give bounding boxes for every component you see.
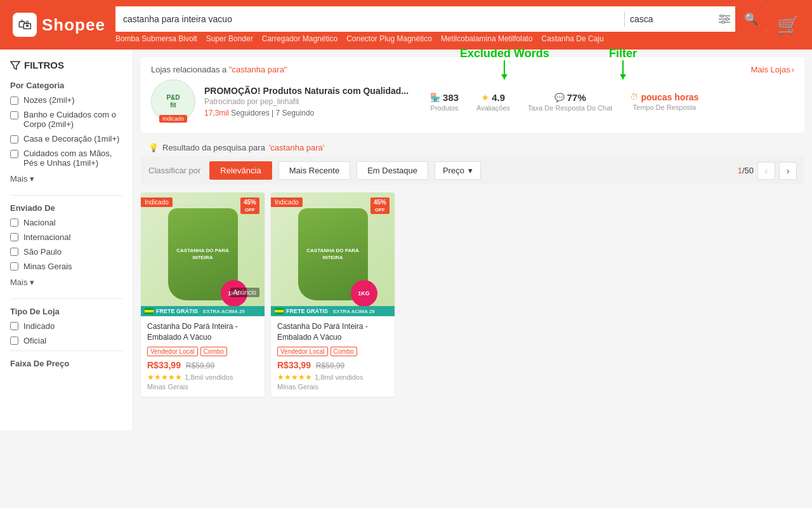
suggestion-link-0[interactable]: Bomba Submersa Bivolt <box>115 34 197 43</box>
sidebar: FILTROS Por Categoria Nozes (2mil+) Banh… <box>0 50 133 431</box>
more-shipping-button[interactable]: Mais ▾ <box>10 276 34 288</box>
checkbox-oficial[interactable] <box>10 337 18 345</box>
checkbox-nacional[interactable] <box>10 218 18 227</box>
mais-lojas-button[interactable]: Mais Lojas › <box>751 65 794 74</box>
search-input-secondary[interactable] <box>625 6 714 32</box>
price-original-0: R$59,99 <box>186 361 214 370</box>
price-dropdown[interactable]: Preço ▾ <box>435 161 481 180</box>
price-row-0: R$33,99 R$59,99 <box>147 360 258 370</box>
categories-section: Por Categoria Nozes (2mil+) Banho e Cuid… <box>10 81 122 185</box>
frete-gratis-0: FRETE GRÁTIS EXTRA ACIMA 29 <box>141 306 265 316</box>
filter-internacional[interactable]: Internacional <box>10 232 122 242</box>
enviado-de-title: Enviado De <box>10 203 122 213</box>
product-image-1: CASTANHA DO PARÁINTEIRA 1KG Indicado 45%… <box>271 192 395 316</box>
star-icon: ★ <box>481 93 489 102</box>
stars-0: ★★★★★ <box>147 373 182 382</box>
more-categories-button[interactable]: Mais ▾ <box>10 173 34 185</box>
content: Lojas relacionadas a "castanha para" Mai… <box>133 50 812 431</box>
stat-produtos-label: Produtos <box>431 104 459 112</box>
filter-funnel-icon <box>10 60 20 70</box>
indicado-badge-0: Indicado <box>141 197 173 207</box>
chevron-right-icon: › <box>792 65 794 74</box>
checkbox-internacional[interactable] <box>10 233 18 241</box>
stars-row-0: ★★★★★ 1,8mil vendidos <box>147 373 258 382</box>
stat-tempo-label: Tempo De Resposta <box>633 104 697 111</box>
sold-count-1: 1,8mil vendidos <box>315 373 363 381</box>
filters-title: FILTROS <box>10 60 122 70</box>
sort-label: Classificar por <box>148 166 200 175</box>
categories-title: Por Categoria <box>10 81 122 90</box>
faixa-preco-title: Faixa De Preço <box>10 359 122 368</box>
filter-item-casa[interactable]: Casa e Decoração (1mil+) <box>10 134 122 144</box>
logo-text: Shopee <box>42 15 105 35</box>
discount-badge-1: 45%OFF <box>370 197 390 214</box>
checkbox-indicado[interactable] <box>10 322 18 330</box>
chevron-down-icon-2: ▾ <box>30 277 34 287</box>
store-card: P&Dfit Indicado PROMOÇÃO! Produtos Natur… <box>141 79 804 133</box>
sort-relevancia-button[interactable]: Relevância <box>209 161 272 180</box>
suggestion-link-5[interactable]: Castanha De Caju <box>542 34 604 43</box>
product-card-1[interactable]: CASTANHA DO PARÁINTEIRA 1KG Indicado 45%… <box>271 192 395 397</box>
indicado-badge-1: Indicado <box>271 197 303 207</box>
anuncio-label-0: Anúncio <box>230 288 259 297</box>
logo-icon: 🛍 <box>13 13 37 37</box>
product-card-0[interactable]: CASTANHA DO PARÁINTEIRA 1KG Indicado 45%… <box>141 192 265 397</box>
checkbox-casa[interactable] <box>10 135 18 144</box>
discount-badge-0: 45%OFF <box>240 197 259 214</box>
tag-vendedor-0: Vendedor Local <box>147 347 198 356</box>
search-suggestions: Bomba Submersa Bivolt Super Bonder Carre… <box>115 34 767 43</box>
indicado-badge-store: Indicado <box>159 115 187 123</box>
section-divider-3 <box>10 351 122 351</box>
shop-icon: 🏪 <box>430 93 440 102</box>
suggestion-link-2[interactable]: Carregador Magnético <box>262 34 337 43</box>
filter-indicado[interactable]: Indicado <box>10 321 122 331</box>
enviado-de-section: Enviado De Nacional Internacional São Pa… <box>10 203 122 288</box>
next-page-button[interactable]: › <box>779 162 797 180</box>
cart-button[interactable]: 🛒 <box>777 15 799 36</box>
store-followers: 17,3mil Seguidores | 7 Seguindo <box>204 109 409 117</box>
lightbulb-icon: 💡 <box>148 143 159 152</box>
filter-minas-gerais[interactable]: Minas Gerais <box>10 262 122 271</box>
faixa-preco-section: Faixa De Preço <box>10 359 122 368</box>
product-image-0: CASTANHA DO PARÁINTEIRA 1KG Indicado 45%… <box>141 192 265 316</box>
sort-recente-button[interactable]: Mais Recente <box>278 161 350 180</box>
product-info-1: Castanha Do Pará Inteira - Embalado A Vá… <box>271 316 395 397</box>
product-name-0: Castanha Do Pará Inteira - Embalado A Vá… <box>147 321 258 343</box>
stat-chat: 💬 77% Taxa De Resposta Do Chat <box>528 92 612 112</box>
checkbox-nozes[interactable] <box>10 97 18 105</box>
tipo-loja-title: Tipo De Loja <box>10 307 122 316</box>
stat-tempo: ⏱ poucas horas Tempo De Resposta <box>630 92 698 112</box>
chat-icon: 💬 <box>554 93 565 102</box>
checkbox-cuidados[interactable] <box>10 150 18 158</box>
page-info: 1/50 <box>738 166 754 175</box>
filter-nacional[interactable]: Nacional <box>10 218 122 227</box>
checkbox-banho[interactable] <box>10 111 18 119</box>
filter-icon-button[interactable] <box>714 6 735 32</box>
header: 🛍 Shopee 🔍 Bomba Submersa Bivolt Su <box>0 0 812 50</box>
suggestion-link-4[interactable]: Metilcobalamina Metilfolato <box>441 34 533 43</box>
sort-destaque-button[interactable]: Em Destaque <box>357 161 428 180</box>
search-input-main[interactable] <box>115 6 624 32</box>
store-info: PROMOÇÃO! Produtos Naturais com Qualidad… <box>204 86 409 117</box>
filter-item-cuidados[interactable]: Cuidados com as Mãos, Pés e Unhas (1mil+… <box>10 149 122 168</box>
filter-oficial[interactable]: Oficial <box>10 336 122 345</box>
suggestion-link-1[interactable]: Super Bonder <box>206 34 253 43</box>
stat-tempo-value: poucas horas <box>641 92 698 102</box>
sold-count-0: 1,8mil vendidos <box>185 373 233 381</box>
filter-sao-paulo[interactable]: São Paulo <box>10 247 122 257</box>
filter-item-nozes[interactable]: Nozes (2mil+) <box>10 95 122 105</box>
search-button[interactable]: 🔍 <box>735 6 767 32</box>
product-tags-1: Vendedor Local Combo <box>277 347 388 356</box>
store-logo-text: P&Dfit <box>166 94 180 109</box>
filter-item-banho[interactable]: Banho e Cuidados com o Corpo (2mil+) <box>10 110 122 129</box>
pagination: 1/50 ‹ › <box>738 162 797 180</box>
suggestion-link-3[interactable]: Conector Plug Magnético <box>346 34 432 43</box>
checkbox-sao-paulo[interactable] <box>10 248 18 256</box>
location-1: Minas Gerais <box>277 383 388 391</box>
stat-produtos-value: 383 <box>443 92 459 103</box>
checkbox-minas-gerais[interactable] <box>10 262 18 271</box>
product-grid: CASTANHA DO PARÁINTEIRA 1KG Indicado 45%… <box>133 192 812 397</box>
prev-page-button[interactable]: ‹ <box>757 162 775 180</box>
product-name-1: Castanha Do Pará Inteira - Embalado A Vá… <box>277 321 388 343</box>
tag-combo-1: Combo <box>331 347 357 356</box>
